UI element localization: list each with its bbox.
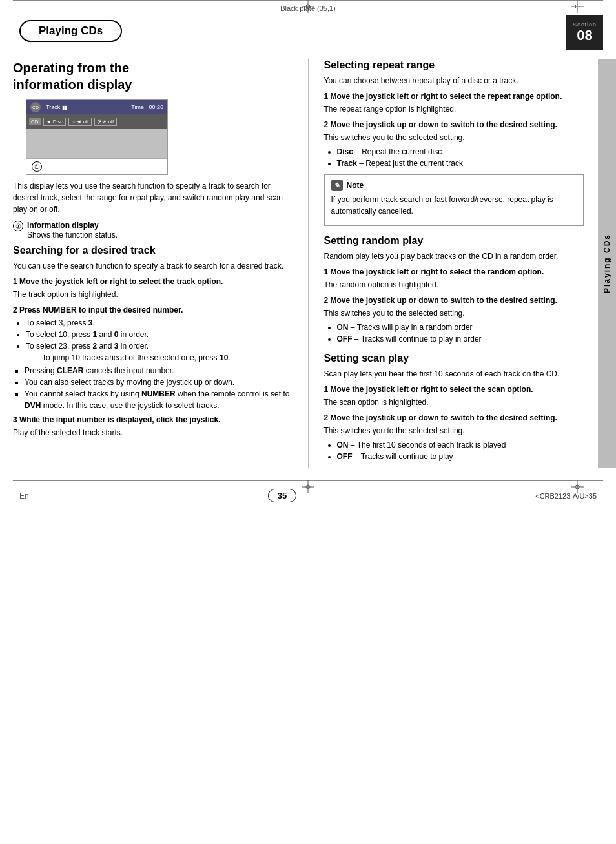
scan-step1-heading: 1 Move the joystick left or right to sel… [324,384,584,395]
crosshair-top [302,0,314,13]
repeat-step2-bullets: Disc – Repeat the current disc Track – R… [337,146,584,169]
crosshair-bottom [302,480,314,493]
scan-step2-desc: This switches you to the selected settin… [324,425,584,437]
repeat-step1-heading: 1 Move the joystick left or right to sel… [324,90,584,102]
random-play-subsection: Setting random play Random play lets you… [324,235,584,345]
section-badge: Section 08 [566,15,603,50]
scan-play-title: Setting scan play [324,353,584,364]
random-step2-desc: This switches you to the selected settin… [324,307,584,319]
searching-title: Searching for a desired track [13,245,293,256]
search-step3-heading: 3 While the input number is displayed, c… [13,414,293,426]
footer-lang: En [19,491,29,500]
left-column: Operating from the information display C… [13,59,309,468]
searching-intro: You can use the search function to speci… [13,260,293,272]
repeat-range-subsection: Selecting repeat range You can choose be… [324,59,584,462]
vertical-side-label: Playing CDs [598,59,616,468]
intro-paragraph: This display lets you use the search fun… [13,180,293,215]
random-step2-bullets: ON – Tracks will play in a random order … [337,322,584,345]
scan-step2-bullets: ON – The first 10 seconds of each track … [337,439,584,462]
scan-step2-heading: 2 Move the joystick up or down to switch… [324,412,584,424]
random-step1-desc: The random option is highlighted. [324,279,584,291]
note-box: ✎ Note If you perform track search or fa… [324,174,584,226]
random-step2-heading: 2 Move the joystick up or down to switch… [324,294,584,306]
right-column: Playing CDs Selecting repeat range You c… [309,59,604,468]
information-display-image: CD Track ▮▮ Time 00:26 CD ◄ Disc ☆◄ off … [26,99,168,175]
note-icon: ✎ [331,180,343,191]
section-main-title: Operating from the information display [13,59,293,93]
scan-step1-desc: The scan option is highlighted. [324,396,584,408]
searching-subsection: Searching for a desired track You can us… [13,245,293,438]
repeat-range-title: Selecting repeat range [324,59,584,71]
display-caption-number: ① [32,161,42,172]
search-step2-bullets: To select 3, press 3. To select 10, pres… [26,317,293,364]
random-play-intro: Random play lets you play back tracks on… [324,251,584,262]
note-text: If you perform track search or fast forw… [331,194,577,217]
info-display-caption-title: Information display [27,221,99,230]
display-track-label: Track ▮▮ [46,104,67,110]
crosshair-top-right [571,0,584,13]
repeat-step2-desc: This switches you to the selected settin… [324,132,584,143]
crosshair-bottom-right [571,480,584,493]
search-step1-desc: The track option is highlighted. [13,289,293,300]
section-number: 08 [577,28,592,43]
search-step1-heading: 1 Move the joystick left or right to sel… [13,276,293,287]
scan-play-subsection: Setting scan play Scan play lets you hea… [324,353,584,462]
repeat-step2-heading: 2 Move the joystick up or down to switch… [324,119,584,130]
repeat-range-intro: You can choose between repeat play of a … [324,75,584,87]
scan-play-intro: Scan play lets you hear the first 10 sec… [324,368,584,380]
search-step3-desc: Play of the selected track starts. [13,427,293,438]
display-time-label: Time 00:26 [131,104,163,110]
search-square-bullets: Pressing CLEAR cancels the input number.… [25,365,293,411]
random-step1-heading: 1 Move the joystick left or right to sel… [324,266,584,278]
search-step2-heading: 2 Press NUMBER to input the desired numb… [13,304,293,316]
playing-cds-title-box: Playing CDs [19,20,122,42]
repeat-step1-desc: The repeat range option is highlighted. [324,103,584,115]
info-display-num: ① [13,221,23,231]
footer-model: <CRB2123-A/U>35 [535,492,597,500]
footer-page-badge: 35 [268,489,296,502]
info-display-caption-desc: Shows the function status. [27,231,118,240]
random-play-title: Setting random play [324,235,584,247]
